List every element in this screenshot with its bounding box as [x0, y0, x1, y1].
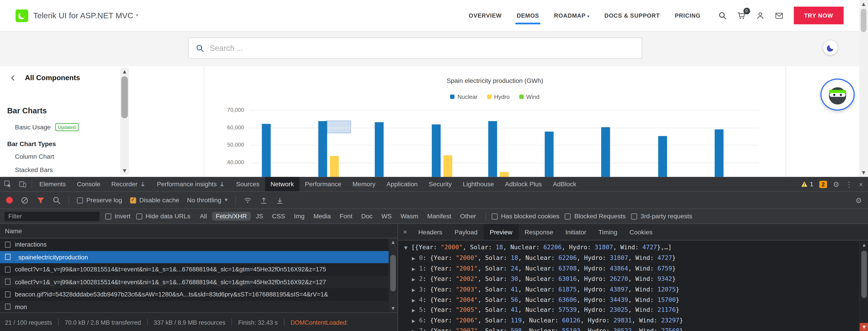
- blocked-requests-checkbox[interactable]: Blocked Requests: [565, 213, 626, 220]
- filter-pill-font[interactable]: Font: [336, 212, 356, 221]
- has-blocked-cookies-checkbox[interactable]: Has blocked cookies: [492, 213, 559, 220]
- scroll-up-icon[interactable]: ▲: [389, 238, 397, 246]
- sidebar-item-column-chart[interactable]: Column Chart: [0, 150, 120, 163]
- name-column-header[interactable]: Name: [0, 224, 397, 238]
- devtools-tab-performance-insights[interactable]: Performance insights: [151, 177, 230, 192]
- 3rd-party-requests-checkbox[interactable]: 3rd-party requests: [631, 213, 692, 220]
- sidebar-back[interactable]: All Components: [10, 74, 80, 82]
- bar-nuclear-2004[interactable]: [488, 121, 497, 177]
- filter-pill-manifest[interactable]: Manifest: [423, 212, 455, 221]
- filter-funnel-icon[interactable]: [37, 196, 45, 204]
- import-har-icon[interactable]: [260, 196, 268, 204]
- preview-node-2[interactable]: ▶2: {Year: "2002", Solar: 30, Nuclear: 6…: [404, 274, 859, 285]
- sidebar-item-basic-usage[interactable]: Basic UsageUpdated: [0, 120, 120, 134]
- devtools-tab-memory[interactable]: Memory: [347, 177, 381, 192]
- nav-item-roadmap[interactable]: ROADMAP▾: [554, 12, 590, 19]
- kebab-menu-icon[interactable]: ⋮: [846, 180, 853, 188]
- request-row-beacon-gif-id-54328dddabe53db9[interactable]: beacon.gif?id=54328dddabe53db9497b23c6&s…: [0, 288, 397, 300]
- back-chevron-icon[interactable]: [10, 74, 17, 81]
- telerik-logo[interactable]: [16, 9, 28, 22]
- filter-pill-all[interactable]: All: [196, 212, 211, 221]
- scroll-down-icon[interactable]: ▼: [389, 305, 397, 312]
- preview-node-7[interactable]: ▶7: {Year: "2007", Solar: 508, Nuclear: …: [404, 327, 859, 331]
- devtools-tab-lighthouse[interactable]: Lighthouse: [457, 177, 500, 192]
- scrollbar-thumb[interactable]: [391, 255, 396, 292]
- bar-nuclear-2003[interactable]: [432, 124, 440, 177]
- preview-node-3[interactable]: ▶3: {Year: "2003", Solar: 41, Nuclear: 6…: [404, 285, 859, 295]
- scrollbar-thumb[interactable]: [862, 251, 867, 298]
- dark-mode-toggle[interactable]: [823, 40, 838, 55]
- bar-nuclear-2000[interactable]: [262, 124, 271, 177]
- product-switcher[interactable]: Telerik UI for ASP.NET MVC ▾: [33, 11, 138, 20]
- nav-item-docs-support[interactable]: DOCS & SUPPORT: [604, 12, 660, 19]
- scroll-up-icon[interactable]: ▲: [860, 240, 868, 249]
- filter-pill-css[interactable]: CSS: [268, 212, 289, 221]
- network-settings-gear-icon[interactable]: ⚙: [856, 196, 862, 204]
- filter-pill-ws[interactable]: WS: [377, 212, 396, 221]
- close-devtools-icon[interactable]: ×: [859, 180, 863, 188]
- preview-node-5[interactable]: ▶5: {Year: "2005", Solar: 41, Nuclear: 5…: [404, 305, 859, 316]
- preview-node-0[interactable]: ▶0: {Year: "2000", Solar: 18, Nuclear: 6…: [404, 253, 859, 264]
- invert-checkbox[interactable]: Invert: [105, 213, 130, 220]
- bar-hydro-2004[interactable]: [500, 172, 508, 177]
- request-row-interactions[interactable]: interactions: [0, 238, 397, 251]
- preview-node-4[interactable]: ▶4: {Year: "2004", Solar: 56, Nuclear: 6…: [404, 295, 859, 305]
- request-row-collect-v-1-v-j99-a-100281551[interactable]: collect?v=1&_v=j99&a=1002815514&t=event&…: [0, 263, 397, 276]
- contact-icon[interactable]: [775, 11, 783, 20]
- preview-scrollbar[interactable]: ▲ ▼: [859, 240, 868, 331]
- bar-hydro-2003[interactable]: [443, 156, 452, 177]
- bar-nuclear-2008[interactable]: [715, 129, 723, 177]
- close-inspector-icon[interactable]: ×: [398, 224, 412, 240]
- devtools-tab-adblock[interactable]: AdBlock: [548, 177, 582, 192]
- search-network-icon[interactable]: [53, 196, 61, 204]
- legend-item-hydro[interactable]: Hydro: [487, 94, 509, 100]
- devtools-tab-adblock-plus[interactable]: Adblock Plus: [500, 177, 548, 192]
- devtools-tab-network[interactable]: Network: [265, 177, 299, 192]
- scroll-down-icon[interactable]: ▼: [120, 166, 129, 175]
- filter-pill-wasm[interactable]: Wasm: [397, 212, 422, 221]
- request-row-collect-v-1-v-j99-a-100281551[interactable]: collect?v=1&_v=j99&a=1002815514&t=event&…: [0, 276, 397, 288]
- preview-node-6[interactable]: ▶6: {Year: "2006", Solar: 119, Nuclear: …: [404, 316, 859, 326]
- devtools-tab-console[interactable]: Console: [71, 177, 106, 192]
- preserve-log-checkbox[interactable]: Preserve log: [77, 197, 122, 203]
- request-list-scrollbar[interactable]: ▲▼: [389, 238, 397, 312]
- inspect-element-icon[interactable]: [0, 177, 15, 192]
- request-row-spainelectricityproduction[interactable]: _spainelectricityproduction: [0, 251, 397, 263]
- bar-nuclear-2005[interactable]: [545, 132, 554, 177]
- request-row-mon[interactable]: mon: [0, 300, 397, 312]
- account-icon[interactable]: [756, 11, 764, 20]
- preview-node-1[interactable]: ▶1: {Year: "2001", Solar: 24, Nuclear: 6…: [404, 264, 859, 274]
- nav-item-pricing[interactable]: PRICING: [675, 12, 701, 19]
- scrollbar-thumb[interactable]: [121, 76, 128, 118]
- clear-network-log-icon[interactable]: [21, 196, 29, 204]
- cart-icon[interactable]: 0: [737, 11, 745, 20]
- scrollbar-thumb[interactable]: [861, 9, 866, 32]
- try-now-button[interactable]: TRY NOW: [794, 6, 844, 24]
- export-har-icon[interactable]: [276, 196, 284, 204]
- issues-counter[interactable]: 2: [819, 180, 827, 188]
- inspector-tab-timing[interactable]: Timing: [592, 224, 623, 240]
- filter-pill-media[interactable]: Media: [310, 212, 335, 221]
- disable-cache-checkbox[interactable]: Disable cache: [130, 197, 179, 203]
- throttling-dropdown[interactable]: No throttling ▼: [187, 197, 228, 203]
- devtools-tab-sources[interactable]: Sources: [230, 177, 265, 192]
- devtools-tab-elements[interactable]: Elements: [34, 177, 71, 192]
- bar-nuclear-2006[interactable]: [601, 127, 610, 177]
- sidebar-scrollbar[interactable]: ▲ ▼: [120, 67, 129, 175]
- site-search-input[interactable]: [210, 43, 634, 53]
- filter-pill-img[interactable]: Img: [290, 212, 308, 221]
- bar-hydro-2001[interactable]: [330, 156, 339, 177]
- nav-item-overview[interactable]: OVERVIEW: [469, 12, 502, 19]
- inspector-tab-cookies[interactable]: Cookies: [623, 224, 659, 240]
- device-toolbar-icon[interactable]: [15, 177, 30, 192]
- ninja-chat-widget[interactable]: [820, 78, 855, 111]
- devtools-tab-performance[interactable]: Performance: [300, 177, 347, 192]
- inspector-tab-response[interactable]: Response: [519, 224, 559, 240]
- scroll-down-icon[interactable]: ▼: [860, 323, 868, 331]
- inspector-tab-preview[interactable]: Preview: [484, 224, 518, 240]
- inspector-tab-headers[interactable]: Headers: [412, 224, 448, 240]
- bar-nuclear-2007[interactable]: [658, 136, 667, 177]
- sidebar-item-stacked-bars[interactable]: Stacked Bars: [0, 163, 120, 176]
- devtools-tab-security[interactable]: Security: [423, 177, 457, 192]
- record-network-log-button[interactable]: [6, 197, 13, 203]
